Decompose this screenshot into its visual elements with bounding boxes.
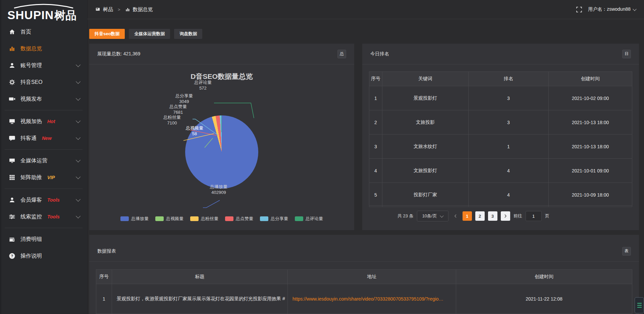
chevron-down-icon — [76, 118, 80, 123]
legend-item[interactable]: 总播放量 — [120, 216, 149, 222]
breadcrumb-root[interactable]: 树品 — [103, 6, 113, 13]
tab-inquiry-data[interactable]: 询盘数据 — [174, 29, 202, 39]
logo-cjk: 树品 — [54, 9, 76, 21]
col-created: 创建时间 — [456, 270, 632, 284]
sidebar-item-douyin-seo[interactable]: 抖音SEO — [0, 74, 87, 91]
ranking-panel: 今日排名 日 序号 关键词 排名 创建时间 1景观投影灯32021-10-02 … — [362, 44, 639, 230]
topbar: 树品 > 数据总览 用户名：zswodun88 — [87, 0, 644, 19]
chat-icon — [9, 135, 15, 142]
logo-text: SHUPIN树品 — [7, 8, 76, 23]
bar-chart-icon — [9, 45, 15, 52]
nav-divider — [5, 228, 83, 228]
nav-divider — [5, 110, 83, 110]
sidebar-item-data-overview[interactable]: 数据总览 — [0, 40, 87, 57]
gear-icon — [9, 79, 15, 86]
col-title: 标题 — [112, 270, 288, 284]
chevron-down-icon — [76, 96, 80, 101]
hot-badge: Hot — [47, 119, 55, 124]
app-logo[interactable]: SHUPIN树品 — [7, 5, 80, 22]
sidebar-item-label: 抖客通 — [20, 135, 37, 142]
pie-label-comments: 总评论量572 — [194, 80, 212, 91]
sidebar-item-label: 线索监控 — [20, 213, 42, 220]
page-size-value: 10条/页 — [422, 213, 437, 219]
sidebar-item-video-publish[interactable]: 视频发布 — [0, 91, 87, 107]
pie-label-videos: 总视频量58 — [186, 125, 203, 137]
nav-divider — [5, 149, 83, 150]
total-toggle-button[interactable]: 总 — [337, 50, 346, 58]
col-created: 创建时间 — [549, 72, 632, 86]
fullscreen-icon[interactable] — [576, 7, 582, 12]
tools-badge: Tools — [47, 197, 60, 203]
video-link[interactable]: https://www.iesdouyin.com/share/video/70… — [288, 284, 456, 314]
breadcrumb-current[interactable]: 数据总览 — [133, 6, 153, 13]
sidebar: SHUPIN树品 首页 数据总览 账号管理 — [0, 0, 88, 314]
table-header-row: 序号 标题 地址 创建时间 — [96, 270, 632, 284]
page-button-1[interactable]: 1 — [463, 211, 472, 221]
breadcrumb-separator: > — [118, 7, 120, 12]
sidebar-item-media-operation[interactable]: 全媒体运营 — [0, 152, 87, 169]
legend-item[interactable]: 总粉丝量 — [190, 216, 218, 222]
svg-text:?: ? — [11, 254, 13, 258]
floating-service-widget[interactable] — [635, 297, 644, 313]
user-icon — [9, 62, 15, 69]
tab-douyin-seo-data[interactable]: 抖音seo数据 — [89, 29, 125, 39]
sidebar-item-member-baoke[interactable]: 会员爆客 Tools — [0, 192, 87, 208]
video-title-cell: 景观投影灯，夜游景观投影灯厂家展示展示落花灯在花园里的灯光投影应用效果 # — [112, 284, 288, 314]
sidebar-item-matrix-boost[interactable]: 矩阵助推 VIP — [0, 169, 87, 186]
sidebar-item-lead-monitor[interactable]: 线索监控 Tools — [0, 208, 87, 225]
table-row: 3文旅水纹灯12021-10-13 18:00 — [369, 135, 632, 159]
pie-panel-header: 展现量总数: 421,369 总 — [89, 44, 354, 64]
pie-chart-area: D音SEO数据量总览 总评论量572 总分享量3049 总点赞量7681 总粉丝… — [89, 64, 354, 230]
widget-bar — [637, 303, 642, 304]
report-table: 序号 标题 地址 创建时间 1 景观投影灯，夜游景观投影灯厂家展示展示落花灯在花… — [96, 269, 632, 314]
impressions-total: 展现量总数: 421,369 — [97, 51, 140, 57]
chevron-down-icon — [76, 135, 80, 140]
sidebar-item-help[interactable]: ? 操作说明 — [0, 248, 87, 264]
sidebar-item-label: 账号管理 — [20, 62, 42, 69]
legend-item[interactable]: 总视频量 — [155, 216, 183, 222]
total-count: 共 23 条 — [397, 213, 414, 219]
data-tabs: 抖音seo数据 全媒体运营数据 询盘数据 — [89, 29, 202, 39]
pie-label-plays: 总播放量402909 — [210, 184, 227, 195]
tab-media-operation-data[interactable]: 全媒体运营数据 — [129, 29, 170, 39]
username-label: 用户名：zswodun88 — [588, 6, 631, 12]
widget-bar — [637, 307, 642, 308]
day-toggle-button[interactable]: 日 — [622, 50, 631, 58]
sidebar-item-home[interactable]: 首页 — [0, 23, 87, 40]
legend-item[interactable]: 总点赞量 — [225, 216, 253, 222]
member-icon — [9, 197, 15, 203]
legend-swatch — [120, 216, 129, 221]
goto-page-input[interactable] — [526, 211, 542, 221]
legend-swatch — [225, 216, 233, 221]
sidebar-item-account[interactable]: 账号管理 — [0, 57, 87, 74]
pagination: 共 23 条 10条/页 1 2 3 前往 页 — [397, 211, 549, 221]
table-toggle-button[interactable]: 表 — [622, 247, 631, 256]
page-size-select[interactable]: 10条/页 — [417, 211, 448, 221]
page-button-2[interactable]: 2 — [475, 211, 485, 221]
report-panel-header: 数据报表 表 — [89, 235, 639, 262]
col-keyword: 关键词 — [382, 72, 469, 86]
report-title: 数据报表 — [97, 248, 116, 254]
chevron-down-icon — [76, 174, 80, 179]
user-menu[interactable]: 用户名：zswodun88 — [588, 6, 636, 12]
sidebar-nav: 首页 数据总览 账号管理 抖音SEO — [0, 23, 87, 264]
chevron-down-icon — [76, 197, 80, 202]
sidebar-item-doketong[interactable]: 抖客通 New — [0, 130, 87, 147]
home-icon — [9, 29, 15, 35]
vip-badge: VIP — [47, 175, 55, 180]
sidebar-item-spend-detail[interactable]: 消费明细 — [0, 231, 87, 248]
prev-page-button[interactable] — [452, 214, 459, 218]
sidebar-item-video-heat[interactable]: 视频加热 Hot — [0, 113, 87, 130]
grid-icon — [9, 174, 15, 181]
pie-label-lines — [89, 64, 354, 230]
breadcrumb: 树品 > 数据总览 — [95, 6, 153, 13]
legend-item[interactable]: 总分享量 — [260, 216, 288, 222]
legend-item[interactable]: 总评论量 — [295, 216, 323, 222]
next-page-button[interactable] — [501, 211, 510, 221]
ranking-title: 今日排名 — [370, 51, 389, 57]
tools-badge: Tools — [47, 214, 60, 219]
pie-panel: 展现量总数: 421,369 总 D音SEO数据量总览 总评论量572 总分享量… — [89, 44, 354, 230]
page-button-3[interactable]: 3 — [488, 211, 497, 221]
ranking-table: 序号 关键词 排名 创建时间 1景观投影灯32021-10-02 09:00 2… — [369, 71, 632, 207]
chevron-down-icon — [76, 158, 80, 162]
